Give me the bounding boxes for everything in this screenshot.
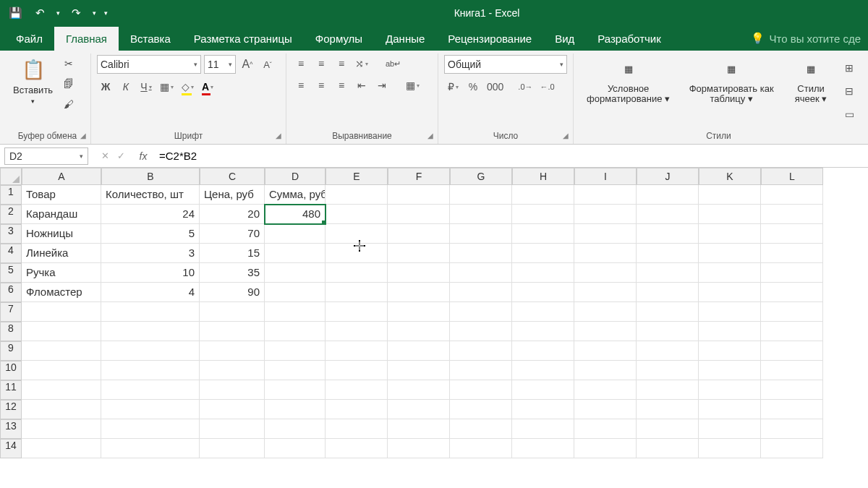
tab-data[interactable]: Данные (374, 27, 436, 51)
col-header-D[interactable]: D (265, 168, 326, 185)
cell-E13[interactable] (326, 419, 388, 439)
cell-I7[interactable] (574, 302, 637, 322)
cell-D5[interactable] (265, 263, 326, 283)
cell-C13[interactable] (200, 419, 265, 439)
cell-H11[interactable] (512, 380, 574, 400)
number-format-combo[interactable]: Общий▾ (444, 55, 567, 74)
cell-J8[interactable] (637, 322, 699, 341)
cell-B12[interactable] (101, 400, 200, 419)
cell-L8[interactable] (761, 322, 823, 341)
cell-B11[interactable] (101, 380, 200, 400)
cell-K7[interactable] (699, 302, 761, 322)
cell-H14[interactable] (512, 439, 574, 458)
cell-H4[interactable] (512, 244, 574, 263)
cell-G5[interactable] (450, 263, 512, 283)
cell-A13[interactable] (22, 419, 101, 439)
redo-dropdown[interactable]: ▾ (90, 9, 98, 17)
cell-G13[interactable] (450, 419, 512, 439)
cell-G9[interactable] (450, 341, 512, 361)
cell-I10[interactable] (574, 361, 637, 380)
cell-G14[interactable] (450, 439, 512, 458)
delete-cells-icon[interactable]: ⊟ (841, 82, 858, 100)
cell-styles-button[interactable]: ▦ Стили ячеек ▾ (786, 55, 836, 120)
cell-I6[interactable] (574, 283, 637, 302)
cell-E4[interactable] (326, 244, 388, 263)
wrap-text-button[interactable]: ab↵ (383, 55, 403, 72)
align-launcher[interactable]: ◢ (427, 129, 433, 142)
cell-B7[interactable] (101, 302, 200, 322)
cell-L9[interactable] (761, 341, 823, 361)
align-right-icon[interactable]: ≡ (333, 77, 350, 94)
col-header-B[interactable]: B (101, 168, 200, 185)
cell-D1[interactable]: Сумма, руб (265, 185, 326, 205)
row-header-10[interactable]: 10 (0, 361, 22, 380)
align-middle-icon[interactable]: ≡ (312, 55, 330, 72)
cell-B2[interactable]: 24 (101, 205, 200, 224)
col-header-G[interactable]: G (450, 168, 512, 185)
cell-B3[interactable]: 5 (101, 224, 200, 244)
cell-G7[interactable] (450, 302, 512, 322)
cell-I8[interactable] (574, 322, 637, 341)
cell-F1[interactable] (388, 185, 450, 205)
cell-J6[interactable] (637, 283, 699, 302)
cell-K3[interactable] (699, 224, 761, 244)
cell-E5[interactable] (326, 263, 388, 283)
increase-font-icon[interactable]: A^ (239, 56, 256, 73)
col-header-J[interactable]: J (637, 168, 699, 185)
font-launcher[interactable]: ◢ (276, 129, 281, 142)
cell-J9[interactable] (637, 341, 699, 361)
cell-K8[interactable] (699, 322, 761, 341)
cell-I13[interactable] (574, 419, 637, 439)
cell-J2[interactable] (637, 205, 699, 224)
cell-L10[interactable] (761, 361, 823, 380)
cell-L3[interactable] (761, 224, 823, 244)
cell-E14[interactable] (326, 439, 388, 458)
cell-A8[interactable] (22, 322, 101, 341)
cell-D2[interactable]: 480 (265, 205, 326, 224)
cell-B13[interactable] (101, 419, 200, 439)
cell-C12[interactable] (200, 400, 265, 419)
cell-C11[interactable] (200, 380, 265, 400)
cell-I4[interactable] (574, 244, 637, 263)
orientation-icon[interactable]: ⤭ (353, 55, 370, 72)
cell-K9[interactable] (699, 341, 761, 361)
cell-F8[interactable] (388, 322, 450, 341)
cell-D13[interactable] (265, 419, 326, 439)
undo-dropdown[interactable]: ▾ (54, 9, 62, 17)
cell-I11[interactable] (574, 380, 637, 400)
align-bottom-icon[interactable]: ≡ (333, 55, 350, 72)
cell-B14[interactable] (101, 439, 200, 458)
cell-I1[interactable] (574, 185, 637, 205)
cell-E9[interactable] (326, 341, 388, 361)
cell-B8[interactable] (101, 322, 200, 341)
tab-insert[interactable]: Вставка (119, 27, 182, 51)
cell-L2[interactable] (761, 205, 823, 224)
row-header-8[interactable]: 8 (0, 322, 22, 341)
cell-G10[interactable] (450, 361, 512, 380)
cell-A1[interactable]: Товар (22, 185, 101, 205)
cell-L12[interactable] (761, 400, 823, 419)
cell-G11[interactable] (450, 380, 512, 400)
cell-L4[interactable] (761, 244, 823, 263)
cell-B6[interactable]: 4 (101, 283, 200, 302)
col-header-A[interactable]: A (22, 168, 101, 185)
cell-K4[interactable] (699, 244, 761, 263)
cell-C1[interactable]: Цена, руб (200, 185, 265, 205)
cell-L6[interactable] (761, 283, 823, 302)
cell-E6[interactable] (326, 283, 388, 302)
percent-button[interactable]: % (464, 78, 482, 95)
redo-icon[interactable]: ↷ (65, 2, 87, 24)
cell-E1[interactable] (326, 185, 388, 205)
cell-L13[interactable] (761, 419, 823, 439)
cancel-formula-icon[interactable]: ✕ (97, 150, 113, 161)
row-header-5[interactable]: 5 (0, 263, 22, 283)
tab-view[interactable]: Вид (543, 27, 586, 51)
col-header-L[interactable]: L (761, 168, 823, 185)
cell-E10[interactable] (326, 361, 388, 380)
cell-F12[interactable] (388, 400, 450, 419)
italic-button[interactable]: К (117, 78, 135, 95)
cell-I12[interactable] (574, 400, 637, 419)
format-as-table-button[interactable]: ▦ Форматировать как таблицу ▾ (681, 55, 781, 120)
cell-A4[interactable]: Линейка (22, 244, 101, 263)
cell-D9[interactable] (265, 341, 326, 361)
